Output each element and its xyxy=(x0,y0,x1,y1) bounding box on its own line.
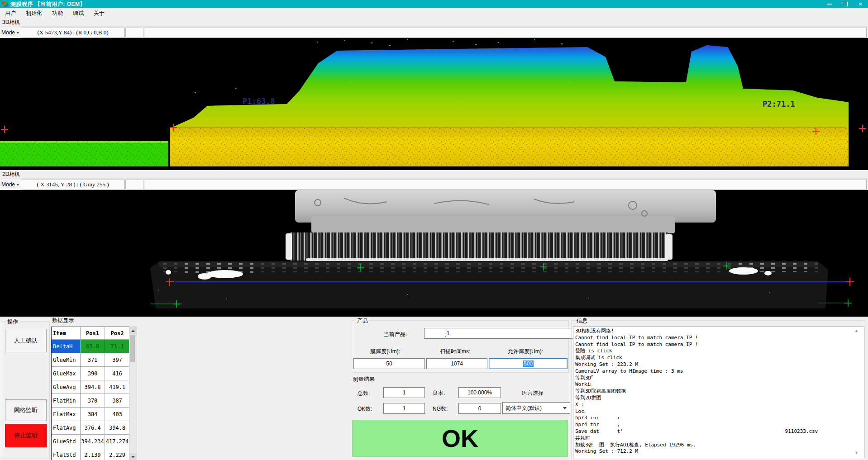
menu-function[interactable]: 功能 xyxy=(47,8,68,18)
col-item: Item xyxy=(52,327,81,339)
language-select-label: 语言选择 xyxy=(522,389,544,397)
camera2d-label: 2D相机 xyxy=(0,170,138,178)
cell-item: DeltaH xyxy=(52,340,81,353)
minimize-button[interactable] xyxy=(822,0,837,8)
language-value: 简体中文(默认) xyxy=(506,404,542,412)
title-bar: 测膜程序 【当前用户: OEM】 × xyxy=(0,0,868,8)
camera2d-pixel-status: ( X 3145, Y 28 ) : ( Gray 255 ) xyxy=(21,180,125,190)
table-row[interactable]: GlueAvg 394.8 419.1 xyxy=(52,380,129,394)
stop-listen-button[interactable]: 停止监听 xyxy=(5,424,47,447)
log-line: 登陆 is click xyxy=(575,348,864,355)
camera3d-label: 3D相机 xyxy=(0,18,138,26)
ng-count-label: NG数: xyxy=(433,405,448,413)
camera3d-pixel-status: (X 5473,Y 84) : (R 0,G 0,B 0) xyxy=(21,28,125,38)
film-thickness-field[interactable]: 50 xyxy=(353,358,425,369)
current-product-label: 当前产品: xyxy=(384,331,407,338)
log-line: Save dat t' 9110233.csv xyxy=(575,428,864,435)
network-listen-button[interactable]: 网络监听 xyxy=(5,399,47,421)
cell-item: FlatMax xyxy=(52,408,81,421)
p1-annotation: P1:63.8 xyxy=(243,97,275,106)
info-title: 信息 xyxy=(575,317,589,325)
allowed-thickness-field[interactable]: 500 xyxy=(489,358,568,369)
yield-label: 良率: xyxy=(433,389,445,397)
camera3d-mode-button[interactable]: Mode ▼ xyxy=(0,28,21,37)
heightmap-image: P1:63.8 P2:71.1 xyxy=(0,38,868,170)
film-thickness-label: 膜厚度(Um): xyxy=(370,348,400,356)
table-row[interactable]: GlueMax 390 416 xyxy=(52,367,129,380)
table-row[interactable]: GlueStd 394.234 417.274 xyxy=(52,435,129,448)
table-row[interactable]: GlueMin 371 397 xyxy=(52,353,129,367)
menu-about[interactable]: 关于 xyxy=(89,8,110,18)
arrow-down-icon xyxy=(131,456,135,458)
cell-pos1: 376.4 xyxy=(81,421,105,434)
scrollbar-thumb[interactable] xyxy=(130,335,135,362)
log-scroll-down-icon[interactable]: ▼ xyxy=(854,451,858,455)
camera2d-mode-strip: Mode ▼ ( X 3145, Y 28 ) : ( Gray 255 ) xyxy=(0,178,868,190)
cell-pos2: 387 xyxy=(105,394,129,407)
cell-pos1: 2.139 xyxy=(81,448,105,460)
scroll-up-button[interactable] xyxy=(129,327,137,334)
scroll-down-button[interactable] xyxy=(129,453,137,460)
cell-pos1: 370 xyxy=(81,394,105,407)
data-display-title: 数据显示 xyxy=(52,317,74,324)
cell-pos1: 390 xyxy=(81,367,105,380)
operations-group: 操作 人工确认 网络监听 停止监听 xyxy=(2,321,50,459)
menu-init[interactable]: 初始化 xyxy=(21,8,47,18)
table-row[interactable]: FlatMax 384 403 xyxy=(52,408,129,421)
mode-label: Mode xyxy=(1,181,15,188)
total-field[interactable]: 1 xyxy=(383,387,425,398)
table-header: Item Pos1 Pos2 xyxy=(52,327,129,340)
table-row[interactable]: FlatAvg 376.4 394.8 xyxy=(52,421,129,435)
close-button[interactable]: × xyxy=(853,0,868,8)
results-title: 测量结果 xyxy=(353,375,375,383)
table-scrollbar[interactable] xyxy=(129,327,137,460)
cell-pos2: 416 xyxy=(105,367,129,380)
cell-pos2: 419.1 xyxy=(105,380,129,394)
cell-item: GlueMin xyxy=(52,353,81,366)
menu-debug[interactable]: 调试 xyxy=(68,8,89,18)
scan-time-field[interactable]: 1074 xyxy=(426,358,487,369)
ng-count-field[interactable]: 0 xyxy=(458,403,501,414)
language-dropdown[interactable]: 简体中文(默认) xyxy=(502,402,570,414)
log-scroll-up-icon[interactable]: ▲ xyxy=(854,328,858,333)
menu-user[interactable]: 用户 xyxy=(0,8,21,18)
cell-pos2: 394.8 xyxy=(105,421,129,434)
cell-pos2: 417.274 xyxy=(105,435,129,448)
minimize-icon xyxy=(827,4,832,5)
scan-time-label: 扫描时间ms: xyxy=(440,348,470,356)
menu-bar: 用户 初始化 功能 调试 关于 xyxy=(0,8,868,19)
col-pos2: Pos2 xyxy=(105,327,129,339)
camera2d-status-cell-3 xyxy=(144,180,867,190)
log-line: 共耗时 xyxy=(575,435,864,442)
yield-field[interactable]: 100.000% xyxy=(458,387,501,398)
maximize-icon xyxy=(843,2,848,6)
camera3d-status-cell-2 xyxy=(125,28,143,38)
current-product-field[interactable]: g1 xyxy=(424,328,587,339)
ok-count-label: OK数: xyxy=(358,405,372,413)
log-line: Working Set : 712.2 M xyxy=(575,448,864,455)
table-row[interactable]: FlatMin 370 387 xyxy=(52,394,129,408)
table-row[interactable]: FlatStd 2.139 2.229 xyxy=(52,448,129,460)
cell-item: GlueMax xyxy=(52,367,81,380)
camera2d-mode-button[interactable]: Mode ▼ xyxy=(0,180,21,189)
cell-item: FlatMin xyxy=(52,394,81,407)
total-label: 总数: xyxy=(358,389,370,397)
app-icon xyxy=(2,1,8,7)
camera2d-viewport[interactable] xyxy=(0,190,868,317)
selected-text: 500 xyxy=(523,360,534,367)
cell-pos2: 71.1 xyxy=(105,340,129,353)
manual-confirm-button[interactable]: 人工确认 xyxy=(5,329,47,352)
grayscale-image xyxy=(0,190,868,317)
cell-pos1: 63.8 xyxy=(81,340,105,353)
measurement-table: Item Pos1 Pos2 DeltaH 63.8 71.1 GlueMin … xyxy=(51,327,130,460)
camera3d-mode-strip: Mode ▼ (X 5473,Y 84) : (R 0,G 0,B 0) xyxy=(0,26,868,38)
cell-pos1: 384 xyxy=(81,408,105,421)
camera2d-status-cell-2 xyxy=(125,180,143,190)
camera3d-viewport[interactable]: P1:63.8 P2:71.1 xyxy=(0,38,868,170)
info-log[interactable]: 3D相机没有网络! Cannot find local IP to match … xyxy=(573,327,864,458)
maximize-button[interactable] xyxy=(837,0,853,8)
table-row[interactable]: DeltaH 63.8 71.1 xyxy=(52,340,129,353)
log-line: 3D相机没有网络! xyxy=(575,328,864,335)
ok-count-field[interactable]: 1 xyxy=(383,403,425,414)
log-line: 等到3D取到高度图数据 xyxy=(575,388,864,395)
